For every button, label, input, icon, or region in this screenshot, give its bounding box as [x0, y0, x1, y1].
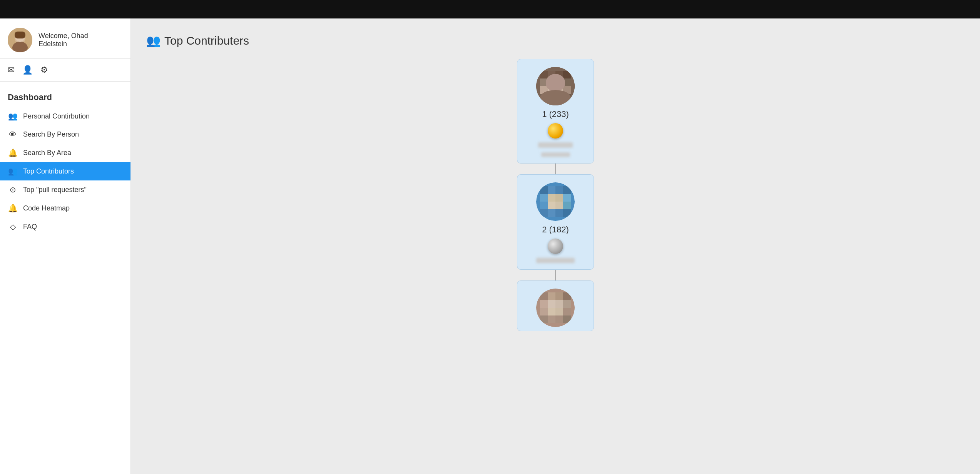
- svg-rect-22: [563, 94, 571, 102]
- svg-rect-41: [540, 292, 548, 300]
- svg-rect-21: [555, 94, 563, 102]
- faq-label: FAQ: [23, 223, 37, 231]
- svg-rect-47: [555, 300, 563, 308]
- connector-1-2: [555, 164, 556, 174]
- main-content: 👥 Top Contributers: [131, 18, 980, 474]
- user-icon[interactable]: 👤: [22, 65, 33, 75]
- contributor-card-2: 2 (182): [517, 174, 594, 270]
- svg-rect-26: [555, 186, 563, 194]
- contributor-sub-1: [541, 152, 570, 157]
- top-contributors-icon: 👥: [8, 167, 18, 176]
- svg-rect-48: [563, 300, 571, 308]
- svg-rect-38: [555, 209, 563, 217]
- user-icons: ✉ 👤 ⚙: [0, 59, 130, 82]
- svg-rect-49: [540, 308, 548, 315]
- personal-contribution-label: Personal Contirbution: [23, 112, 90, 120]
- svg-rect-52: [563, 308, 571, 315]
- sidebar: Welcome, Ohad Edelstein ✉ 👤 ⚙ Dashboard …: [0, 18, 131, 474]
- svg-rect-15: [540, 86, 548, 94]
- svg-rect-30: [555, 194, 563, 202]
- page-title: 👥 Top Contributers: [146, 34, 965, 47]
- search-by-person-label: Search By Person: [23, 130, 79, 139]
- dashboard-heading: Dashboard: [0, 89, 130, 107]
- sidebar-item-search-by-person[interactable]: 👁 Search By Person: [0, 125, 130, 144]
- medal-silver: [548, 239, 563, 254]
- search-by-person-icon: 👁: [8, 130, 18, 139]
- svg-rect-45: [540, 300, 548, 308]
- sidebar-item-faq[interactable]: ◇ FAQ: [0, 217, 130, 236]
- code-heatmap-icon: 🔔: [8, 204, 18, 213]
- svg-rect-8: [548, 71, 555, 78]
- sidebar-item-personal-contribution[interactable]: 👥 Personal Contirbution: [0, 107, 130, 125]
- svg-rect-43: [555, 292, 563, 300]
- top-pull-requesters-label: Top "pull requesters": [23, 186, 87, 194]
- svg-rect-29: [548, 194, 555, 202]
- svg-rect-46: [548, 300, 555, 308]
- svg-rect-25: [548, 186, 555, 194]
- gear-icon[interactable]: ⚙: [40, 65, 48, 75]
- svg-rect-44: [563, 292, 571, 300]
- svg-rect-54: [548, 315, 555, 323]
- contributor-rank-2: 2 (182): [542, 225, 569, 235]
- search-by-area-label: Search By Area: [23, 149, 71, 157]
- svg-rect-34: [555, 202, 563, 209]
- personal-contribution-icon: 👥: [8, 112, 18, 121]
- svg-rect-9: [555, 71, 563, 78]
- avatar-image: [8, 28, 32, 52]
- avatar-2-image: [536, 182, 575, 221]
- avatar-1-image: [536, 67, 575, 105]
- svg-rect-55: [555, 315, 563, 323]
- user-info: Welcome, Ohad Edelstein: [38, 32, 88, 48]
- svg-rect-27: [563, 186, 571, 194]
- app-body: Welcome, Ohad Edelstein ✉ 👤 ⚙ Dashboard …: [0, 18, 980, 474]
- contributors-area: 1 (233): [146, 59, 965, 331]
- sidebar-item-top-pull-requesters[interactable]: ⊙ Top "pull requesters": [0, 180, 130, 199]
- page-title-text: Top Contributers: [164, 34, 249, 47]
- user-name-line2: Edelstein: [38, 40, 88, 48]
- svg-rect-4: [15, 32, 25, 38]
- user-section: Welcome, Ohad Edelstein: [0, 18, 130, 59]
- svg-rect-10: [563, 71, 571, 78]
- contributor-avatar-1: [536, 67, 575, 105]
- contributor-card-1: 1 (233): [517, 59, 594, 164]
- user-name-line1: Welcome, Ohad: [38, 32, 88, 40]
- contributor-avatar-3: [536, 289, 575, 327]
- svg-rect-18: [563, 86, 571, 94]
- svg-rect-36: [540, 209, 548, 217]
- connector-2-3: [555, 270, 556, 280]
- mail-icon[interactable]: ✉: [8, 65, 15, 75]
- svg-rect-35: [563, 202, 571, 209]
- top-pull-requesters-icon: ⊙: [8, 185, 18, 194]
- top-contributors-label: Top Contributors: [23, 167, 74, 175]
- medal-gold: [548, 123, 563, 139]
- svg-rect-28: [540, 194, 548, 202]
- sidebar-item-code-heatmap[interactable]: 🔔 Code Heatmap: [0, 199, 130, 217]
- svg-rect-50: [548, 308, 555, 315]
- svg-rect-14: [563, 78, 571, 86]
- page-title-icon: 👥: [146, 34, 161, 47]
- svg-rect-20: [548, 94, 555, 102]
- contributor-rank-1: 1 (233): [542, 109, 569, 119]
- search-by-area-icon: 🔔: [8, 148, 18, 157]
- svg-rect-56: [563, 315, 571, 323]
- svg-rect-16: [548, 86, 555, 94]
- svg-rect-51: [555, 308, 563, 315]
- svg-rect-33: [548, 202, 555, 209]
- svg-rect-7: [540, 71, 548, 78]
- contributor-card-3: [517, 280, 594, 331]
- top-bar: [0, 0, 980, 18]
- svg-rect-42: [548, 292, 555, 300]
- avatar-3-image: [536, 289, 575, 327]
- svg-rect-13: [555, 78, 563, 86]
- nav-section: Dashboard 👥 Personal Contirbution 👁 Sear…: [0, 82, 130, 244]
- svg-rect-32: [540, 202, 548, 209]
- svg-rect-37: [548, 209, 555, 217]
- sidebar-item-search-by-area[interactable]: 🔔 Search By Area: [0, 144, 130, 162]
- contributor-name-1: [538, 142, 573, 148]
- avatar: [8, 28, 32, 52]
- code-heatmap-label: Code Heatmap: [23, 204, 70, 212]
- svg-rect-31: [563, 194, 571, 202]
- svg-rect-53: [540, 315, 548, 323]
- faq-icon: ◇: [8, 222, 18, 231]
- sidebar-item-top-contributors[interactable]: 👥 Top Contributors: [0, 162, 130, 180]
